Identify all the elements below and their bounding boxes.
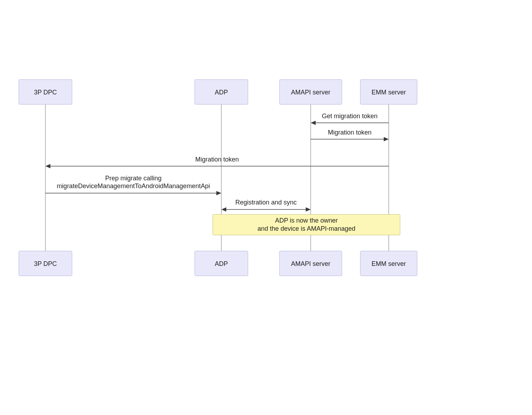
- actor-label-adp-top: ADP: [215, 89, 228, 96]
- msg-label-registration-sync: Registration and sync: [235, 199, 297, 206]
- msg-label-prep-migrate-line2: migrateDeviceManagementToAndroidManageme…: [57, 182, 210, 190]
- note-line1: ADP is now the owner: [275, 217, 338, 224]
- sequence-diagram: 3P DPC ADP AMAPI server EMM server 3P DP…: [0, 0, 532, 415]
- actor-label-adp-bottom: ADP: [215, 260, 228, 267]
- msg-label-get-migration-token: Get migration token: [322, 113, 377, 120]
- arrowhead-migration-token-emm-dpc: [45, 164, 50, 168]
- actor-label-emm-top: EMM server: [371, 89, 406, 96]
- msg-label-prep-migrate-line1: Prep migrate calling: [105, 175, 161, 182]
- arrowhead-registration-sync-right: [306, 207, 311, 212]
- msg-label-migration-token-emm-dpc: Migration token: [195, 156, 239, 163]
- arrowhead-get-migration-token: [311, 121, 316, 125]
- msg-label-migration-token-amapi-emm: Migration token: [328, 129, 371, 136]
- note-line2: and the device is AMAPI-managed: [257, 225, 355, 232]
- actor-label-3p-dpc-top: 3P DPC: [34, 89, 57, 96]
- actor-label-3p-dpc-bottom: 3P DPC: [34, 260, 57, 267]
- arrowhead-migration-token-amapi-emm: [384, 137, 389, 141]
- actor-label-amapi-top: AMAPI server: [291, 89, 330, 96]
- arrowhead-registration-sync-left: [221, 207, 226, 212]
- arrowhead-prep-migrate: [216, 191, 221, 195]
- actor-label-emm-bottom: EMM server: [371, 260, 406, 267]
- actor-label-amapi-bottom: AMAPI server: [291, 260, 330, 267]
